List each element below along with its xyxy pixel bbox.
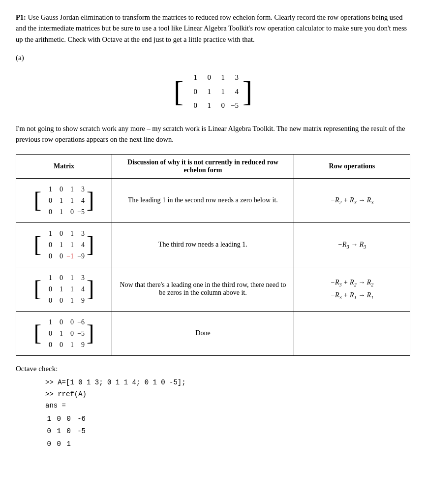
table-row: [ 100−6 010−5 0019 ] Done (16, 311, 410, 355)
sm-grid-2: 1013 0114 00−1−9 (42, 228, 86, 262)
row-op-1: −R2 + R3 → R3 (301, 194, 403, 207)
octave-line-3: ans = (45, 400, 410, 412)
discussion-cell-3: Now that there's a leading one in the th… (112, 267, 294, 311)
initial-matrix-grid: 1013 0114 010−5 (185, 71, 241, 112)
right-bracket: ] (243, 77, 252, 106)
discussion-cell-2: The third row needs a leading 1. (112, 222, 294, 267)
octave-title: Octave check: (16, 365, 410, 373)
rowops-cell-2: −R3 → R3 (294, 222, 410, 267)
rowops-cell-4 (294, 311, 410, 355)
sm-matrix-1: [ 1013 0114 010−5 ] (34, 184, 94, 218)
row-op-2: −R3 → R3 (301, 238, 403, 252)
initial-matrix-display: [ 1013 0114 010−5 ] (16, 71, 410, 112)
intro-text: I'm not going to show scratch work any m… (16, 123, 410, 145)
header-rowops: Row operations (294, 154, 410, 178)
matrix-cell-1: [ 1013 0114 010−5 ] (16, 178, 112, 222)
header-matrix: Matrix (16, 154, 112, 178)
octave-line-1: >> A=[1 0 1 3; 0 1 1 4; 0 1 0 -5]; (45, 377, 410, 389)
rowops-cell-1: −R2 + R3 → R3 (294, 178, 410, 222)
problem-label: P1: (16, 13, 26, 21)
table-row: [ 1013 0114 010−5 ] The leading 1 in the… (16, 178, 410, 222)
sm-grid-3: 1013 0114 0019 (42, 272, 86, 306)
sm-grid-4: 100−6 010−5 0019 (42, 316, 86, 350)
part-label: (a) (16, 54, 410, 62)
left-bracket: [ (174, 77, 183, 106)
discussion-cell-1: The leading 1 in the second row needs a … (112, 178, 294, 222)
rowops-cell-3: −R3 + R2 → R2 −R3 + R1 → R1 (294, 267, 410, 311)
table-row: [ 1013 0114 00−1−9 ] The third row needs… (16, 222, 410, 267)
rref-table: Matrix Discussion of why it is not curre… (16, 154, 410, 356)
problem-text: P1: Use Gauss Jordan elimination to tran… (16, 12, 410, 45)
row-op-3: −R3 + R2 → R2 −R3 + R1 → R1 (301, 276, 403, 303)
sm-grid-1: 1013 0114 010−5 (42, 184, 86, 218)
octave-line-2: >> rref(A) (45, 389, 410, 401)
matrix-cell-2: [ 1013 0114 00−1−9 ] (16, 222, 112, 267)
matrix-cell-3: [ 1013 0114 0019 ] (16, 267, 112, 311)
discussion-cell-4: Done (112, 311, 294, 355)
sm-matrix-3: [ 1013 0114 0019 ] (34, 272, 94, 306)
matrix-cell-4: [ 100−6 010−5 0019 ] (16, 311, 112, 355)
table-row: [ 1013 0114 0019 ] Now that there's a le… (16, 267, 410, 311)
header-discussion: Discussion of why it is not currently in… (112, 154, 294, 178)
octave-code: >> A=[1 0 1 3; 0 1 1 4; 0 1 0 -5]; >> rr… (45, 377, 410, 412)
octave-result: 100-6 010-5 001 (45, 413, 410, 450)
sm-matrix-2: [ 1013 0114 00−1−9 ] (34, 228, 94, 262)
sm-matrix-4: [ 100−6 010−5 0019 ] (34, 316, 94, 350)
problem-body: Use Gauss Jordan elimination to transfor… (16, 13, 407, 43)
initial-matrix: [ 1013 0114 010−5 ] (174, 71, 252, 112)
